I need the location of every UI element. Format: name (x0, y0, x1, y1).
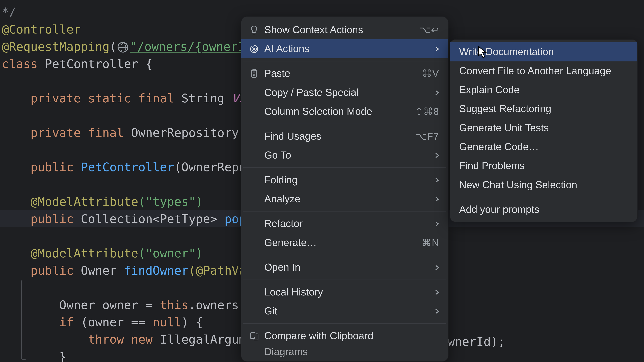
code-token: OwnerRepository (131, 126, 246, 140)
menu-separator (243, 280, 446, 280)
menu-item-shortcut: ⌥F7 (416, 131, 439, 142)
code-token: if (59, 315, 74, 329)
code-token: null (152, 315, 181, 329)
globe-icon (118, 42, 128, 52)
chevron-right-icon (435, 86, 439, 98)
menu-item-folding[interactable]: Folding (241, 170, 448, 189)
swirl-icon (249, 44, 259, 53)
code-token: Owner (81, 264, 124, 277)
menu-item-local-history[interactable]: Local History (241, 283, 448, 302)
code-token: @ModelAttribute (30, 195, 138, 209)
menu-item-shortcut: ⌥↩ (420, 24, 440, 36)
code-token: (owner == (74, 315, 152, 329)
submenu-item-generate-unit-tests[interactable]: Generate Unit Tests (450, 118, 637, 137)
code-token: findOwner (124, 264, 189, 277)
ai-actions-submenu: Write Documentation Convert File to Anot… (450, 39, 638, 222)
menu-item-generate[interactable]: Generate… ⌘N (241, 233, 448, 252)
menu-item-label: Copy / Paste Special (264, 86, 430, 98)
submenu-item-label: Generate Code… (459, 141, 539, 153)
menu-item-git[interactable]: Git (241, 302, 448, 321)
code-token: ("types") (138, 195, 203, 209)
submenu-item-write-documentation[interactable]: Write Documentation (450, 42, 637, 61)
menu-item-copy-paste-special[interactable]: Copy / Paste Special (241, 83, 448, 102)
code-token: @ModelAttribute (30, 246, 138, 260)
submenu-separator (454, 197, 634, 197)
menu-item-find-usages[interactable]: Find Usages ⌥F7 (241, 127, 448, 146)
menu-item-open-in[interactable]: Open In (241, 258, 448, 277)
menu-separator (243, 61, 446, 61)
submenu-item-label: Write Documentation (459, 46, 554, 58)
code-token: @Controller (2, 22, 81, 36)
menu-item-label: AI Actions (264, 43, 430, 55)
code-token: private static final (30, 91, 182, 105)
chevron-right-icon (435, 149, 439, 161)
submenu-item-add-prompts[interactable]: Add your prompts (450, 200, 637, 219)
submenu-item-label: New Chat Using Selection (459, 179, 577, 191)
code-token: public (30, 160, 81, 174)
menu-item-label: Git (264, 305, 430, 317)
code-token: ("owner") (138, 246, 203, 260)
code-token: PetController (81, 160, 174, 174)
menu-item-label: Analyze (264, 193, 430, 205)
menu-separator (243, 124, 446, 124)
code-token: Collection<PetType> (81, 212, 224, 226)
code-token: Owner owner = (59, 298, 160, 312)
chevron-right-icon (435, 174, 439, 186)
menu-item-analyze[interactable]: Analyze (241, 189, 448, 208)
code-token: class (2, 57, 38, 71)
chevron-right-icon (435, 193, 439, 205)
code-token-behind: wnerId); (448, 335, 505, 349)
menu-item-refactor[interactable]: Refactor (241, 214, 448, 233)
submenu-item-label: Add your prompts (459, 204, 539, 216)
menu-item-label: Generate… (264, 237, 416, 249)
code-token: ( (110, 40, 117, 53)
menu-item-show-context-actions[interactable]: Show Context Actions ⌥↩ (241, 20, 448, 39)
submenu-item-label: Find Problems (459, 160, 525, 172)
menu-separator (243, 323, 446, 324)
menu-item-shortcut: ⌘V (422, 68, 439, 79)
submenu-item-new-chat[interactable]: New Chat Using Selection (450, 175, 637, 194)
clipboard-icon (249, 69, 259, 78)
submenu-item-label: Explain Code (459, 84, 520, 96)
chevron-right-icon (435, 305, 439, 317)
menu-separator (243, 255, 446, 255)
menu-item-diagrams[interactable]: Diagrams (241, 346, 448, 358)
menu-item-label: Diagrams (264, 346, 439, 358)
menu-item-go-to[interactable]: Go To (241, 146, 448, 165)
submenu-item-suggest-refactoring[interactable]: Suggest Refactoring (450, 99, 637, 118)
menu-separator (243, 211, 446, 212)
code-token: this (160, 298, 188, 312)
code-token: private final (30, 126, 131, 140)
context-menu: Show Context Actions ⌥↩ AI Actions Paste… (241, 16, 448, 362)
menu-item-shortcut: ⌘N (422, 237, 439, 249)
code-token: ) { (181, 315, 203, 329)
menu-item-ai-actions[interactable]: AI Actions (241, 39, 448, 58)
menu-item-label: Show Context Actions (264, 24, 414, 36)
submenu-item-label: Convert File to Another Language (459, 65, 611, 77)
code-token: public (30, 264, 81, 277)
menu-item-column-selection[interactable]: Column Selection Mode ⇧⌘8 (241, 102, 448, 121)
chevron-right-icon (435, 218, 439, 230)
menu-item-compare-clipboard[interactable]: Compare with Clipboard (241, 326, 448, 345)
code-token: @RequestMapping (2, 40, 110, 53)
menu-item-paste[interactable]: Paste ⌘V (241, 64, 448, 83)
submenu-item-convert-file[interactable]: Convert File to Another Language (450, 61, 637, 80)
menu-item-label: Folding (264, 174, 430, 186)
menu-item-label: Go To (264, 149, 430, 161)
menu-separator (243, 167, 446, 168)
code-token: } (59, 350, 66, 362)
menu-item-label: Compare with Clipboard (264, 330, 439, 342)
menu-item-label: Local History (264, 286, 430, 298)
menu-item-label: Column Selection Mode (264, 106, 410, 117)
chevron-right-icon (435, 43, 439, 55)
submenu-item-generate-code[interactable]: Generate Code… (450, 137, 637, 156)
menu-item-label: Open In (264, 261, 430, 273)
submenu-item-label: Generate Unit Tests (459, 122, 549, 134)
code-token: throw new (88, 333, 160, 346)
submenu-item-find-problems[interactable]: Find Problems (450, 156, 637, 175)
lightbulb-icon (249, 25, 259, 35)
code-token: String (181, 91, 232, 105)
submenu-item-explain-code[interactable]: Explain Code (450, 80, 637, 99)
code-token: */ (2, 5, 16, 19)
submenu-item-label: Suggest Refactoring (459, 103, 551, 115)
